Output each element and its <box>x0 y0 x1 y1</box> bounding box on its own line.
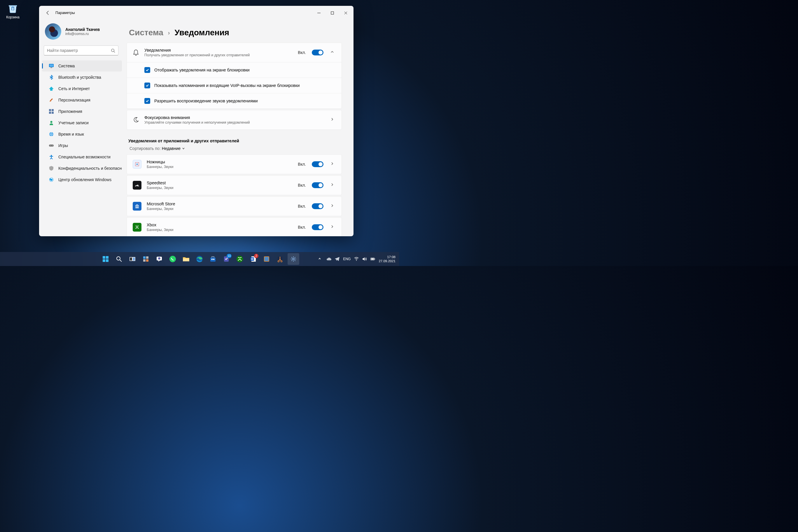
svg-point-54 <box>356 260 357 261</box>
svg-rect-30 <box>133 257 135 261</box>
svg-rect-34 <box>146 259 149 262</box>
windows-update-icon <box>49 177 54 182</box>
taskbar-whatsapp[interactable] <box>167 253 178 265</box>
chevron-right-icon <box>329 225 336 230</box>
chevron-right-icon: › <box>168 30 170 36</box>
main-content[interactable]: Система › Уведомления Уведомления Получа… <box>127 20 354 236</box>
svg-point-53 <box>292 258 294 260</box>
svg-rect-19 <box>136 206 137 207</box>
settings-window: Параметры Анатолий Ткачев info@comss.ru … <box>39 6 354 236</box>
nav-item-network[interactable]: Сеть и Интернет <box>42 83 122 94</box>
search-box[interactable] <box>44 45 118 55</box>
tray-wifi-icon[interactable] <box>354 256 359 261</box>
svg-rect-56 <box>371 259 374 260</box>
close-button[interactable] <box>339 8 352 18</box>
breadcrumb: Система › Уведомления <box>127 23 342 43</box>
breadcrumb-parent[interactable]: Система <box>129 28 163 37</box>
tray-onedrive-icon[interactable] <box>327 256 331 261</box>
checkbox-3[interactable] <box>145 98 150 104</box>
back-button[interactable] <box>45 10 51 16</box>
chevron-right-icon <box>329 204 336 209</box>
nav-item-system[interactable]: Система <box>42 60 122 72</box>
chevron-down-icon <box>182 147 185 150</box>
taskbar-center: 10 W2 <box>100 253 299 265</box>
tray-clock[interactable]: 17:08 27.09.2021 <box>379 255 396 263</box>
nav-item-privacy[interactable]: Конфиденциальность и безопасность <box>42 163 122 174</box>
taskbar-widgets[interactable] <box>140 253 152 265</box>
notifications-header-row[interactable]: Уведомления Получать уведомления от прил… <box>127 43 342 62</box>
app-toggle[interactable] <box>312 203 323 209</box>
nav-item-personalization[interactable]: Персонализация <box>42 95 122 106</box>
taskbar-store[interactable] <box>207 253 219 265</box>
notifications-toggle[interactable] <box>312 50 323 55</box>
tray-overflow[interactable] <box>316 257 323 261</box>
profile-email: info@comss.ru <box>65 32 100 36</box>
nav-item-accounts[interactable]: Учетные записи <box>42 117 122 128</box>
nav-item-time-language[interactable]: Время и язык <box>42 129 122 140</box>
svg-rect-25 <box>106 256 109 259</box>
taskbar-xbox[interactable] <box>234 253 246 265</box>
check-lockscreen[interactable]: Отображать уведомления на экране блокиро… <box>127 62 342 78</box>
taskbar-edge[interactable] <box>194 253 205 265</box>
taskbar: 10 W2 ENG 17:08 27.09.2021 <box>0 252 399 266</box>
svg-rect-57 <box>375 259 375 259</box>
nav-item-accessibility[interactable]: Специальные возможности <box>42 151 122 163</box>
svg-rect-7 <box>52 109 54 111</box>
titlebar: Параметры <box>39 6 354 20</box>
tray-telegram-icon[interactable] <box>335 256 340 261</box>
app-row-xbox[interactable]: Xbox Баннеры, Звуки Вкл. <box>127 217 342 236</box>
search-input[interactable] <box>47 48 111 53</box>
app-row-speedtest[interactable]: Speedtest Баннеры, Звуки Вкл. <box>127 175 342 195</box>
checkbox-2[interactable] <box>145 82 150 88</box>
maximize-button[interactable] <box>325 8 339 18</box>
taskbar-taskview[interactable] <box>127 253 138 265</box>
nav-item-gaming[interactable]: Игры <box>42 140 122 151</box>
svg-rect-40 <box>210 258 215 262</box>
start-button[interactable] <box>100 253 111 265</box>
notifications-title: Уведомления <box>145 48 292 53</box>
minimize-button[interactable] <box>312 8 325 18</box>
speedtest-icon <box>133 181 141 190</box>
focus-card[interactable]: Фокусировка внимания Управляйте случаями… <box>127 110 342 130</box>
personalization-icon <box>49 98 54 102</box>
avatar <box>45 23 61 40</box>
bluetooth-icon <box>49 75 54 80</box>
profile-name: Анатолий Ткачев <box>65 27 100 32</box>
taskbar-todo[interactable]: 10 <box>221 253 232 265</box>
nav-item-apps[interactable]: Приложения <box>42 106 122 117</box>
svg-rect-49 <box>265 257 269 261</box>
microsoft-store-icon <box>133 202 141 211</box>
taskbar-explorer[interactable] <box>180 253 192 265</box>
app-toggle[interactable] <box>312 161 323 167</box>
app-row-snipping[interactable]: Ножницы Баннеры, Звуки Вкл. <box>127 154 342 174</box>
taskbar-search[interactable] <box>113 253 125 265</box>
nav-item-windows-update[interactable]: Центр обновления Windows <box>42 174 122 185</box>
taskbar-chat[interactable] <box>153 253 165 265</box>
taskbar-word[interactable]: W2 <box>247 253 259 265</box>
nav-item-bluetooth[interactable]: Bluetooth и устройства <box>42 72 122 83</box>
svg-text:W: W <box>251 258 254 261</box>
network-icon <box>49 86 54 91</box>
focus-sub: Управляйте случаями получения и неполуче… <box>145 120 323 125</box>
sort-dropdown[interactable]: Сортировать по: Недавние <box>127 145 342 154</box>
taskbar-settings[interactable] <box>288 253 299 265</box>
check-sounds[interactable]: Разрешить воспроизведение звуков уведомл… <box>127 93 342 109</box>
app-toggle[interactable] <box>312 224 323 230</box>
checkbox-1[interactable] <box>145 67 150 73</box>
accessibility-icon <box>49 155 54 159</box>
tray-battery-icon[interactable] <box>370 256 375 261</box>
svg-rect-4 <box>51 68 52 68</box>
collapse-chevron-icon[interactable] <box>329 50 336 55</box>
taskbar-snipping[interactable] <box>274 253 286 265</box>
tray-volume-icon[interactable] <box>362 256 367 261</box>
app-row-msstore[interactable]: Microsoft Store Баннеры, Звуки Вкл. <box>127 196 342 216</box>
tray-language[interactable]: ENG <box>343 257 350 261</box>
check-voip[interactable]: Показывать напоминания и входящие VoIP-в… <box>127 78 342 93</box>
svg-rect-6 <box>49 109 51 111</box>
taskbar-powertoys[interactable] <box>261 253 272 265</box>
app-toggle[interactable] <box>312 182 323 188</box>
profile-block[interactable]: Анатолий Ткачев info@comss.ru <box>39 20 123 44</box>
desktop-icon-recycle-bin[interactable]: Корзина <box>3 2 22 19</box>
breadcrumb-current: Уведомления <box>175 28 229 37</box>
svg-rect-27 <box>106 259 109 262</box>
